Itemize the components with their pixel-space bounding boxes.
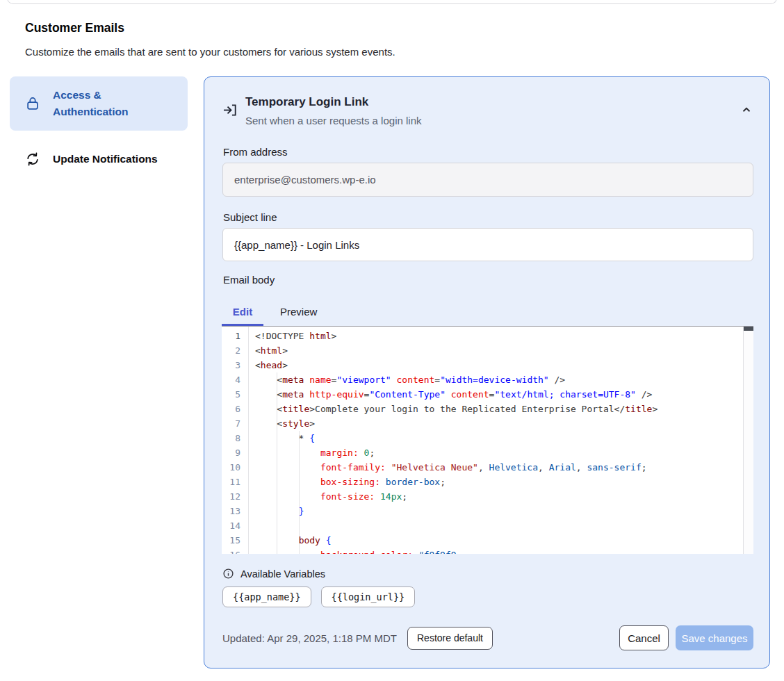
email-body-tabs: EditPreview [222,300,334,324]
line-number: 1 [222,329,248,343]
code-line[interactable]: 2<html> [222,343,744,358]
variable-chips: {{app_name}}{{login_url}} [222,586,415,607]
panel-subtitle: Sent when a user requests a login link [245,115,421,126]
line-number: 11 [222,475,248,489]
line-number: 2 [222,343,248,358]
code-line[interactable]: 10 font-family: "Helvetica Neue", Helvet… [222,460,744,475]
panel-footer: Updated: Apr 29, 2025, 1:18 PM MDT Resto… [222,625,753,650]
line-number: 6 [222,402,248,416]
line-number: 7 [222,416,248,431]
variable-chip[interactable]: {{login_url}} [321,586,416,607]
code-line[interactable]: 11 box-sizing: border-box; [222,475,744,489]
code-line[interactable]: 13 } [222,504,744,518]
code-line[interactable]: 7 <style> [222,416,744,431]
subject-line-label: Subject line [223,211,277,223]
login-icon [222,102,238,118]
available-variables-label: Available Variables [240,568,325,580]
from-address-label: From address [223,146,288,158]
email-body-label: Email body [223,274,275,286]
code-text: <style> [248,416,315,431]
line-number: 12 [222,489,248,504]
code-text: * { [248,431,315,445]
chevron-up-icon[interactable] [738,102,755,119]
tab-preview[interactable]: Preview [263,306,334,318]
code-text [248,518,255,533]
code-line[interactable]: 1<!DOCTYPE html> [222,329,744,343]
cancel-button[interactable]: Cancel [619,625,669,650]
available-variables-header: Available Variables [222,568,325,580]
code-line[interactable]: 5 <meta http-equiv="Content-Type" conten… [222,387,744,402]
line-number: 14 [222,518,248,533]
code-line[interactable]: 15 body { [222,533,744,548]
line-number: 16 [222,548,248,554]
editor-scrollbar[interactable] [743,327,753,554]
code-text: <html> [248,343,288,358]
code-text: <title>Complete your login to the Replic… [248,402,658,416]
line-number: 10 [222,460,248,475]
code-line[interactable]: 6 <title>Complete your login to the Repl… [222,402,744,416]
code-text: <head> [248,358,288,372]
code-line[interactable]: 16 background-color: #f9f9f9; [222,548,744,554]
line-number: 4 [222,372,248,387]
sidebar-item-access-authentication[interactable]: Access & Authentication [10,76,188,131]
scrollbar-thumb[interactable] [744,327,753,331]
from-address-input[interactable] [222,163,753,197]
code-line[interactable]: 4 <meta name="viewport" content="width=d… [222,372,744,387]
temporary-login-link-panel: Temporary Login Link Sent when a user re… [204,76,770,668]
email-types-sidebar: Access & AuthenticationUpdate Notificati… [10,76,188,174]
panel-title: Temporary Login Link [245,95,368,109]
sync-icon [25,151,40,167]
email-body-code-editor[interactable]: 1<!DOCTYPE html>2<html>3<head>4 <meta na… [222,326,753,554]
sidebar-item-update-notifications[interactable]: Update Notifications [10,144,188,174]
code-text: margin: 0; [248,445,375,460]
line-number: 15 [222,533,248,548]
line-number: 9 [222,445,248,460]
lock-icon [25,96,40,111]
code-line[interactable]: 9 margin: 0; [222,445,744,460]
variable-chip[interactable]: {{app_name}} [222,586,311,607]
restore-default-button[interactable]: Restore default [407,627,493,650]
code-text: body { [248,533,332,548]
tab-edit[interactable]: Edit [222,306,263,318]
line-number: 3 [222,358,248,372]
code-text: font-size: 14px; [248,489,407,504]
info-icon [222,568,234,580]
code-line[interactable]: 12 font-size: 14px; [222,489,744,504]
line-number: 5 [222,387,248,402]
code-line[interactable]: 8 * { [222,431,744,445]
save-changes-button[interactable]: Save changes [676,625,753,650]
sidebar-item-label: Access & Authentication [53,87,164,120]
code-text: <meta http-equiv="Content-Type" content=… [248,387,652,402]
code-text: background-color: #f9f9f9; [248,548,462,554]
page-subtitle: Customize the emails that are sent to yo… [25,46,395,58]
code-text: <!DOCTYPE html> [248,329,336,343]
page-title: Customer Emails [25,21,124,35]
code-text: <meta name="viewport" content="width=dev… [248,372,565,387]
code-line[interactable]: 3<head> [222,358,744,372]
previous-card-bottom-edge [7,0,777,4]
line-number: 13 [222,504,248,518]
updated-timestamp: Updated: Apr 29, 2025, 1:18 PM MDT [222,632,397,644]
code-line[interactable]: 14 [222,518,744,533]
code-text: box-sizing: border-box; [248,475,446,489]
code-text: font-family: "Helvetica Neue", Helvetica… [248,460,647,475]
code-text: } [248,504,304,518]
customer-emails-page: Customer Emails Customize the emails tha… [0,0,784,681]
line-number: 8 [222,431,248,445]
sidebar-item-label: Update Notifications [53,151,164,167]
subject-line-input[interactable] [222,228,753,261]
